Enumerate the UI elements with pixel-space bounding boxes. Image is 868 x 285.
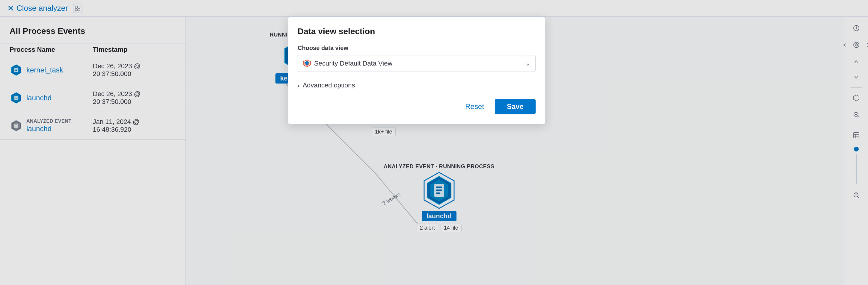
security-shield-icon	[303, 59, 311, 68]
modal-footer: Reset Save	[298, 99, 536, 114]
data-view-selection-modal: Data view selection Choose data view Sec…	[288, 17, 546, 124]
data-view-dropdown-left: Security Default Data View	[303, 59, 392, 68]
choose-data-view-label: Choose data view	[298, 45, 536, 51]
selected-data-view: Security Default Data View	[314, 60, 392, 67]
modal-overlay: Data view selection Choose data view Sec…	[0, 0, 868, 285]
data-view-dropdown[interactable]: Security Default Data View ⌄	[298, 55, 536, 72]
save-button[interactable]: Save	[495, 99, 536, 114]
dropdown-chevron-icon: ⌄	[525, 60, 530, 67]
modal-title: Data view selection	[298, 27, 536, 36]
advanced-options-row[interactable]: › Advanced options	[298, 79, 536, 92]
advanced-options-chevron-icon: ›	[298, 82, 300, 89]
advanced-options-label: Advanced options	[303, 81, 355, 89]
reset-button[interactable]: Reset	[459, 99, 490, 114]
